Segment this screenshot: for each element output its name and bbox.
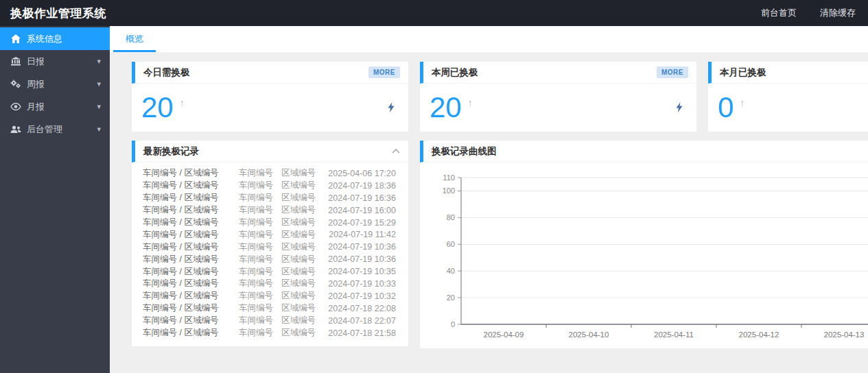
chevron-up-icon[interactable] (392, 149, 400, 154)
record-name: 车间编号 / 区域编号 (143, 302, 239, 314)
record-row: 车间编号 / 区域编号 车间编号 区域编号 2025-04-06 17:20 (143, 167, 396, 180)
record-row: 车间编号 / 区域编号 车间编号 区域编号 2024-07-19 18:36 (143, 180, 396, 192)
topbar-links: 前台首页 清除缓存 (761, 7, 856, 19)
record-time: 2024-07-19 10:32 (328, 291, 396, 301)
front-home-link[interactable]: 前台首页 (761, 7, 797, 19)
record-workshop: 车间编号 (239, 229, 281, 241)
panel-title: 换极记录曲线图 (432, 145, 497, 158)
record-name: 车间编号 / 区域编号 (143, 241, 239, 253)
record-row: 车间编号 / 区域编号 车间编号 区域编号 2024-07-19 16:00 (143, 204, 396, 217)
record-name: 车间编号 / 区域编号 (143, 327, 239, 339)
up-arrow-icon: ↑ (468, 97, 473, 108)
record-time: 2024-07-18 21:58 (328, 328, 396, 338)
content: 今日需换极 MORE 20 ↑ 本周已换极 MORE (110, 53, 868, 348)
record-workshop: 车间编号 (239, 217, 281, 228)
home-icon (10, 34, 21, 44)
record-workshop: 车间编号 (239, 180, 281, 191)
eye-icon (10, 102, 21, 112)
record-area: 区域编号 (281, 229, 329, 241)
more-button[interactable]: MORE (657, 67, 688, 78)
record-area: 区域编号 (281, 241, 328, 253)
svg-text:2025-04-12: 2025-04-12 (739, 330, 779, 339)
record-name: 车间编号 / 区域编号 (143, 290, 239, 302)
chart-area: 0204060801001102025-04-092025-04-102025-… (420, 163, 868, 348)
svg-text:2025-04-10: 2025-04-10 (569, 330, 609, 339)
sidebar-item-label: 周报 (27, 78, 45, 91)
record-area: 区域编号 (281, 204, 328, 216)
record-name: 车间编号 / 区域编号 (143, 315, 239, 326)
sidebar-item-label: 日报 (27, 56, 45, 68)
record-time: 2024-07-19 18:36 (328, 181, 396, 191)
record-row: 车间编号 / 区域编号 车间编号 区域编号 2024-07-19 10:36 (143, 253, 396, 265)
record-row: 车间编号 / 区域编号 车间编号 区域编号 2024-07-18 22:08 (143, 302, 396, 315)
stat-card-title: 本月已换极 (720, 67, 766, 79)
up-arrow-icon: ↑ (180, 97, 185, 108)
record-row: 车间编号 / 区域编号 车间编号 区域编号 2024-07-19 10:32 (143, 290, 396, 302)
bank-icon (10, 57, 21, 67)
sidebar-item-label: 后台管理 (27, 123, 62, 136)
svg-text:20: 20 (447, 293, 455, 302)
record-workshop: 车间编号 (239, 327, 281, 339)
stat-card-title: 今日需换极 (143, 67, 190, 79)
record-area: 区域编号 (281, 254, 328, 265)
latest-records-panel: 最新换极记录 车间编号 / 区域编号 车间编号 区域编号 2025- (132, 141, 408, 346)
svg-text:40: 40 (447, 267, 455, 275)
sidebar-item-backend-admin[interactable]: 后台管理 ▾ (0, 118, 110, 141)
sidebar-item-weekly-report[interactable]: 周报 ▾ (0, 73, 110, 95)
clear-cache-link[interactable]: 清除缓存 (820, 7, 856, 19)
record-workshop: 车间编号 (239, 266, 281, 278)
lightning-icon (676, 102, 683, 112)
record-time: 2024-07-19 16:36 (328, 193, 396, 203)
record-name: 车间编号 / 区域编号 (143, 278, 239, 289)
svg-text:110: 110 (443, 173, 455, 182)
record-row: 车间编号 / 区域编号 车间编号 区域编号 2024-07-19 10:35 (143, 265, 396, 278)
topbar: 换极作业管理系统 前台首页 清除缓存 (0, 0, 868, 26)
up-arrow-icon: ↑ (740, 97, 744, 108)
sidebar-item-daily-report[interactable]: 日报 ▾ (0, 50, 110, 73)
record-name: 车间编号 / 区域编号 (143, 217, 239, 228)
record-area: 区域编号 (281, 327, 328, 339)
stat-value: 20 (430, 93, 462, 122)
record-area: 区域编号 (281, 180, 328, 191)
record-row: 车间编号 / 区域编号 车间编号 区域编号 2024-07-18 21:58 (143, 327, 396, 339)
record-workshop: 车间编号 (239, 302, 281, 314)
lightning-icon (388, 102, 395, 112)
record-workshop: 车间编号 (239, 290, 281, 302)
record-row: 车间编号 / 区域编号 车间编号 区域编号 2024-07-18 22:07 (143, 315, 396, 327)
record-time: 2024-07-18 22:07 (328, 316, 396, 326)
record-time: 2024-07-19 15:29 (328, 218, 396, 228)
record-name: 车间编号 / 区域编号 (143, 180, 239, 191)
sidebar-item-monthly-report[interactable]: 月报 ▾ (0, 95, 110, 118)
svg-text:60: 60 (447, 240, 455, 248)
record-name: 车间编号 / 区域编号 (143, 254, 239, 265)
record-row: 车间编号 / 区域编号 车间编号 区域编号 2024-07-19 15:29 (143, 217, 396, 229)
record-time: 2025-04-06 17:20 (328, 169, 396, 178)
record-time: 2024-07-19 11:42 (329, 230, 396, 239)
stat-value: 20 (141, 93, 174, 122)
record-row: 车间编号 / 区域编号 车间编号 区域编号 2024-07-19 16:36 (143, 192, 396, 204)
record-time: 2024-07-18 22:08 (328, 304, 396, 313)
svg-text:2025-04-13: 2025-04-13 (824, 330, 865, 339)
record-workshop: 车间编号 (239, 241, 281, 253)
record-time: 2024-07-19 16:00 (328, 206, 396, 215)
records-list: 车间编号 / 区域编号 车间编号 区域编号 2025-04-06 17:20 车… (132, 163, 408, 339)
svg-text:100: 100 (443, 186, 455, 195)
caret-down-icon: ▾ (97, 125, 101, 133)
record-workshop: 车间编号 (239, 254, 281, 265)
svg-text:2025-04-11: 2025-04-11 (654, 330, 694, 339)
caret-down-icon: ▾ (97, 58, 101, 65)
record-area: 区域编号 (281, 266, 328, 278)
sidebar-item-label: 月报 (27, 101, 45, 113)
record-name: 车间编号 / 区域编号 (143, 167, 239, 179)
record-time: 2024-07-19 10:36 (328, 242, 396, 252)
more-button[interactable]: MORE (368, 67, 400, 78)
record-name: 车间编号 / 区域编号 (143, 266, 239, 278)
main-area: 概览 今日需换极 MORE 20 ↑ (110, 26, 868, 373)
record-area: 区域编号 (281, 217, 328, 228)
svg-text:80: 80 (447, 213, 455, 221)
svg-text:2025-04-09: 2025-04-09 (484, 330, 524, 339)
sidebar: 系统信息 日报 ▾ 周报 ▾ 月报 ▾ 后台管理 (0, 26, 110, 373)
tab-bar: 概览 (110, 26, 868, 53)
tab-overview[interactable]: 概览 (113, 26, 156, 52)
sidebar-item-system-info[interactable]: 系统信息 (0, 27, 110, 50)
